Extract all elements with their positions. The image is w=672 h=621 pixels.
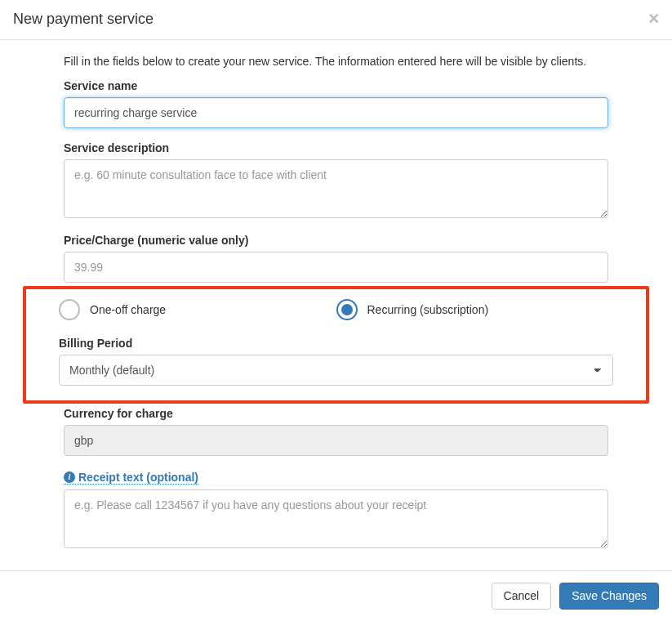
radio-circle-icon — [59, 299, 80, 320]
charge-type-row: One-off charge Recurring (subscription) — [59, 299, 613, 320]
modal-title: New payment service — [13, 11, 154, 28]
billing-period-label: Billing Period — [59, 337, 613, 350]
service-description-input[interactable] — [64, 159, 608, 218]
cancel-button[interactable]: Cancel — [492, 583, 552, 610]
one-off-label: One-off charge — [90, 303, 166, 316]
one-off-radio[interactable]: One-off charge — [59, 299, 336, 320]
currency-group: Currency for charge — [64, 407, 608, 456]
currency-input — [64, 425, 608, 456]
recurring-radio[interactable]: Recurring (subscription) — [336, 299, 614, 320]
billing-period-select[interactable]: Monthly (default) — [59, 355, 613, 386]
intro-text: Fill in the fields below to create your … — [64, 55, 608, 68]
receipt-text-input[interactable] — [64, 489, 608, 548]
billing-period-group: Billing Period Monthly (default) — [59, 337, 613, 386]
receipt-group: i Receipt text (optional) — [64, 469, 608, 551]
service-name-label: Service name — [64, 79, 608, 92]
currency-label: Currency for charge — [64, 407, 608, 420]
price-group: Price/Charge (numeric value only) — [64, 234, 608, 283]
receipt-label[interactable]: i Receipt text (optional) — [64, 471, 198, 485]
price-label: Price/Charge (numeric value only) — [64, 234, 608, 247]
save-button[interactable]: Save Changes — [559, 583, 659, 610]
recurring-label: Recurring (subscription) — [367, 303, 489, 316]
radio-circle-selected-icon — [336, 299, 358, 320]
service-name-group: Service name — [64, 79, 608, 128]
price-input[interactable] — [64, 252, 608, 283]
modal-body: Fill in the fields below to create your … — [0, 40, 672, 570]
info-icon: i — [64, 471, 75, 483]
modal-footer: Cancel Save Changes — [0, 570, 672, 621]
service-name-input[interactable] — [64, 97, 608, 128]
close-button[interactable]: × — [648, 10, 659, 28]
service-description-label: Service description — [64, 141, 608, 154]
receipt-label-text: Receipt text (optional) — [78, 471, 198, 484]
charge-type-highlight: One-off charge Recurring (subscription) … — [23, 286, 649, 404]
modal-header: New payment service × — [0, 0, 672, 40]
service-description-group: Service description — [64, 141, 608, 221]
